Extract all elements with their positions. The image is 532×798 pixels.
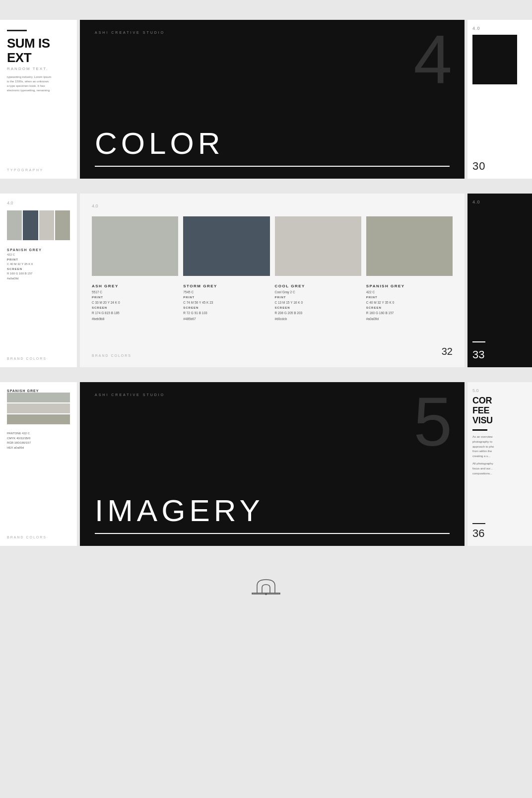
row3-swatch-1 [7, 393, 70, 402]
rule-top [7, 30, 27, 31]
right-top-label-1: 4.0 [472, 26, 527, 31]
brand-swatches [92, 216, 453, 276]
right-top-label-3: 5.0 [472, 388, 527, 393]
col-ash-grey: ASH GREY 5517 C PRINT C 33 M 20 Y 24 K 0… [92, 284, 178, 322]
right-partial-1: 4.0 30 [467, 20, 532, 179]
detail-label-screen: SCREEN [7, 267, 70, 272]
detail-line-1: 422 C [7, 253, 70, 258]
row3-right-rule-bottom [472, 523, 485, 524]
right-partial-3: 5.0 COR FEE VISU As an overview photogra… [467, 382, 532, 546]
brand-color-details: ASH GREY 5517 C PRINT C 33 M 20 Y 24 K 0… [92, 284, 453, 322]
row3-swatch-2 [7, 403, 70, 413]
detail-hex: #a0a09d [7, 276, 70, 281]
color-title: COLOR [95, 128, 450, 159]
spanish-grey-details: 422 C PRINT C 40 M 32 Y 35 K 0 SCREEN R … [7, 253, 70, 281]
detail-label-print: PRINT [7, 258, 70, 263]
svg-point-1 [265, 593, 267, 595]
right-white-rule [472, 341, 485, 342]
studio-label: ASHI CREATIVE STUDIO [95, 31, 165, 34]
row3-body2: All photography focus and our... composi… [472, 462, 527, 476]
cool-grey-info: Cool Gray 2 C PRINT C 13 M 15 Y 16 K 0 S… [275, 289, 361, 322]
left-partial-imagery: SPANISH GREY PANTONE 422 C CMYK 40/32/35… [0, 382, 77, 546]
ash-grey-info: 5517 C PRINT C 33 M 20 Y 24 K 0 SCREEN R… [92, 289, 178, 322]
brand-colors-label-row3: BRAND COLORS [7, 526, 70, 539]
row3-swatch-3 [7, 414, 70, 424]
brand-swatch-ash [92, 216, 178, 276]
right-heading-3: COR FEE VISU [472, 396, 527, 425]
right-black-bar [472, 35, 517, 84]
footer [251, 576, 281, 598]
typography-body: typesetting industry. Lorem Ipsum is the… [7, 75, 70, 93]
swatch-cool [39, 210, 54, 240]
page-num-32: 32 [442, 346, 453, 357]
swatch-storm [23, 210, 38, 240]
spanish-grey-name: SPANISH GREY [7, 248, 70, 252]
row3-color-detail: PANTONE 422 C CMYK 40/32/35/0 RGB 160/16… [7, 431, 70, 450]
row-1: SUM IS EXT RANDOM TEXT. typesetting indu… [0, 20, 532, 179]
left-partial-brand: 4.0 SPANISH GREY 422 C PRINT C 40 M 32 Y… [0, 194, 77, 367]
row3-body1: As an overview photography to approach t… [472, 435, 527, 459]
cool-grey-name: COOL GREY [275, 284, 361, 288]
detail-cmyk: C 40 M 32 Y 35 K 0 [7, 262, 70, 267]
col-storm-grey: STORM GREY 7545 C PRINT C 74 M 56 Y 45 K… [183, 284, 269, 322]
page-num-33: 33 [472, 348, 527, 361]
spanish-grey-left-label: SPANISH GREY [7, 389, 70, 393]
arch-building-icon [251, 576, 281, 598]
row-3: SPANISH GREY PANTONE 422 C CMYK 40/32/35… [0, 382, 532, 546]
right-partial-2: 4.0 33 [467, 194, 532, 367]
typography-heading: SUM IS EXT [7, 36, 70, 65]
storm-grey-name: STORM GREY [183, 284, 269, 288]
spanish-grey-name2: SPANISH GREY [366, 284, 453, 288]
detail-rgb: R 160 G 160 B 157 [7, 271, 70, 276]
left-swatch-row [7, 210, 70, 240]
col-cool-grey: COOL GREY Cool Gray 2 C PRINT C 13 M 15 … [275, 284, 361, 322]
random-text-label: RANDOM TEXT. [7, 66, 70, 71]
right-top-label-2: 4.0 [472, 200, 527, 204]
brand-colors-label-center: BRAND COLORS [92, 346, 132, 357]
brand-swatch-spanish [366, 216, 453, 276]
color-underline [95, 166, 450, 167]
swatch-ash [7, 210, 22, 240]
swatch-spanish [55, 210, 70, 240]
imagery-underline [95, 533, 450, 534]
spanish-grey-info: 422 C PRINT C 40 M 32 Y 35 K 0 SCREEN R … [366, 289, 453, 322]
section-number-5: 5 [413, 387, 450, 457]
imagery-studio-label: ASHI CREATIVE STUDIO [95, 393, 165, 397]
page-num-30: 30 [472, 155, 485, 173]
right-rule-1 [472, 150, 486, 151]
spanish-grey-detail: SPANISH GREY 422 C PRINT C 40 M 32 Y 35 … [7, 248, 70, 281]
brand-swatch-storm [183, 216, 269, 276]
row-2: 4.0 SPANISH GREY 422 C PRINT C 40 M 32 Y… [0, 194, 532, 367]
page-num-small-left2: 4.0 [7, 200, 70, 205]
ash-grey-name: ASH GREY [92, 284, 178, 288]
row3-swatches [7, 393, 70, 424]
left-partial-typography: SUM IS EXT RANDOM TEXT. typesetting indu… [0, 20, 77, 179]
storm-grey-info: 7545 C PRINT C 74 M 56 Y 45 K 23 SCREEN … [183, 289, 269, 322]
brand-colors-slide: 4.0 ASH GREY 5517 C PRINT C 33 M 20 Y 24… [80, 194, 465, 367]
col-spanish-grey: SPANISH GREY 422 C PRINT C 40 M 32 Y 35 … [366, 284, 453, 322]
typography-section-label: TYPOGRAPHY [7, 158, 70, 172]
section-number-4: 4 [413, 25, 450, 94]
brand-page-num: 4.0 [92, 203, 453, 208]
brand-colors-label-left: BRAND COLORS [7, 347, 70, 360]
page-wrapper: SUM IS EXT RANDOM TEXT. typesetting indu… [0, 0, 532, 798]
imagery-slide: ASHI CREATIVE STUDIO 5 IMAGERY [80, 382, 465, 546]
imagery-title: IMAGERY [95, 495, 450, 526]
row3-right-rule-top [472, 429, 487, 431]
color-slide: ASHI CREATIVE STUDIO 4 COLOR [80, 20, 465, 179]
brand-swatch-cool [275, 216, 361, 276]
page-num-36: 36 [472, 527, 527, 540]
